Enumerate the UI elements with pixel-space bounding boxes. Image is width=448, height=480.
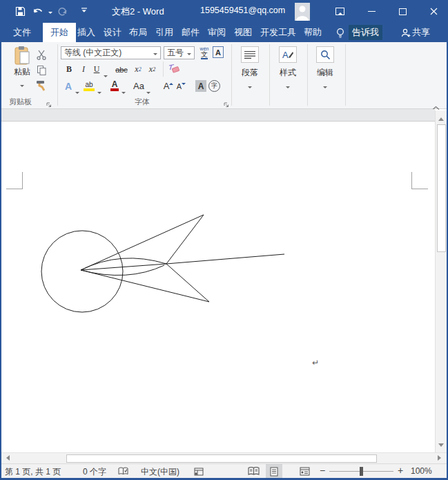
- highlight-label: ab: [85, 81, 92, 88]
- tab-references[interactable]: 引用: [155, 23, 173, 42]
- svg-text:A: A: [282, 50, 289, 60]
- underline-button[interactable]: U: [92, 63, 101, 76]
- subscript-button[interactable]: x2: [133, 63, 144, 76]
- font-color-button[interactable]: A: [109, 78, 120, 93]
- print-layout-button[interactable]: [266, 464, 282, 479]
- title-bar: 文档2 - Word 1595459451@qq.com: [0, 0, 448, 23]
- paste-label: 粘贴: [14, 66, 30, 78]
- font-color-label: A: [112, 80, 118, 88]
- zoom-out-button[interactable]: −: [320, 465, 325, 476]
- tab-view[interactable]: 视图: [234, 23, 252, 42]
- font-group-label: 字体: [135, 97, 150, 107]
- font-size-select[interactable]: 五号: [164, 46, 195, 59]
- tell-me-box[interactable]: 告诉我: [349, 25, 382, 40]
- macro-record-icon[interactable]: [194, 468, 204, 478]
- horizontal-scrollbar-thumb[interactable]: [66, 454, 377, 463]
- account-email[interactable]: 1595459451@qq.com: [200, 6, 285, 15]
- zoom-slider-thumb[interactable]: [360, 467, 363, 476]
- italic-button[interactable]: I: [79, 63, 88, 76]
- zoom-in-button[interactable]: +: [398, 465, 403, 476]
- undo-button[interactable]: [32, 6, 52, 19]
- superscript-button[interactable]: x2: [146, 63, 158, 76]
- text-effects-dropdown-arrow[interactable]: [75, 85, 79, 97]
- highlight-color-swatch: [84, 88, 95, 91]
- styles-dropdown-arrow[interactable]: [286, 81, 290, 91]
- tab-design[interactable]: 设计: [104, 23, 121, 42]
- highlight-dropdown-arrow[interactable]: [97, 85, 101, 97]
- document-title: 文档2 - Word: [112, 6, 164, 18]
- strikethrough-button[interactable]: abc: [113, 63, 130, 76]
- font-name-value: 等线 (中文正文): [64, 47, 121, 59]
- vertical-scrollbar-thumb[interactable]: [437, 124, 446, 252]
- tab-layout[interactable]: 布局: [129, 23, 147, 42]
- editing-dropdown-arrow[interactable]: [323, 81, 327, 91]
- shrink-font-button[interactable]: A: [175, 79, 187, 93]
- tab-developer[interactable]: 开发工具: [260, 23, 296, 42]
- group-separator: [269, 44, 270, 106]
- character-shading-button[interactable]: A: [195, 80, 206, 92]
- tab-file[interactable]: 文件: [13, 23, 31, 42]
- horizontal-scrollbar[interactable]: [0, 452, 448, 463]
- tab-review[interactable]: 审阅: [208, 23, 226, 42]
- scroll-left-icon[interactable]: [3, 455, 10, 461]
- close-button[interactable]: [422, 0, 445, 23]
- character-border-button[interactable]: A: [213, 46, 224, 58]
- paragraph-group-button[interactable]: 段落: [235, 46, 265, 91]
- page-indicator[interactable]: 第 1 页, 共 1 页: [5, 466, 61, 478]
- tab-home[interactable]: 开始: [43, 23, 76, 42]
- font-color-dropdown-arrow[interactable]: [121, 85, 126, 97]
- clear-formatting-icon[interactable]: [167, 64, 179, 74]
- window-border-left: [0, 23, 1, 480]
- editing-group-button[interactable]: 编辑: [310, 46, 340, 91]
- cut-icon[interactable]: [36, 50, 47, 60]
- change-case-button[interactable]: Aa: [131, 79, 146, 93]
- ribbon-tab-row: 文件 开始 插入 设计 布局 引用 邮件 审阅 视图 开发工具 帮助 告诉我 共…: [0, 23, 448, 42]
- customize-quick-access-icon[interactable]: [81, 5, 88, 17]
- tab-mailings[interactable]: 邮件: [182, 23, 199, 42]
- highlight-color-button[interactable]: ab: [83, 78, 95, 93]
- bold-button[interactable]: B: [64, 63, 75, 76]
- web-layout-button[interactable]: [294, 464, 315, 479]
- avatar[interactable]: [295, 3, 310, 21]
- scroll-down-icon[interactable]: [438, 443, 444, 450]
- text-effects-button[interactable]: A: [62, 79, 75, 93]
- paste-dropdown-arrow[interactable]: [20, 80, 24, 90]
- underline-dropdown-arrow[interactable]: [104, 68, 108, 81]
- read-mode-button[interactable]: [243, 464, 264, 479]
- copy-icon[interactable]: [37, 65, 47, 76]
- scroll-right-icon[interactable]: [438, 455, 444, 461]
- share-button[interactable]: 共享: [412, 23, 430, 42]
- share-person-icon[interactable]: [400, 28, 411, 41]
- font-name-dropdown-arrow[interactable]: [153, 48, 157, 58]
- status-bar: 第 1 页, 共 1 页 0 个字 中文(中国) − + 100%: [0, 463, 448, 478]
- scroll-up-icon[interactable]: [438, 115, 444, 121]
- minimize-button[interactable]: [360, 0, 383, 23]
- group-separator: [231, 44, 232, 106]
- phonetic-guide-button[interactable]: wén 文: [197, 45, 211, 60]
- format-painter-icon[interactable]: [35, 80, 47, 91]
- tab-help[interactable]: 帮助: [304, 23, 322, 42]
- paragraph-group-label: 段落: [242, 67, 258, 79]
- maximize-button[interactable]: [391, 0, 414, 23]
- enclose-characters-button[interactable]: 字: [208, 80, 220, 92]
- redo-icon[interactable]: [57, 6, 68, 19]
- save-icon[interactable]: [15, 6, 26, 19]
- zoom-level[interactable]: 100%: [411, 466, 432, 476]
- lightbulb-icon[interactable]: [335, 28, 345, 41]
- font-size-dropdown-arrow[interactable]: [187, 48, 191, 58]
- paragraph-dropdown-arrow[interactable]: [248, 81, 252, 91]
- paste-button[interactable]: 粘贴: [8, 46, 36, 90]
- proofing-status-icon[interactable]: [118, 467, 128, 478]
- vertical-scrollbar[interactable]: [435, 111, 447, 452]
- clipboard-group-label: 剪贴板: [9, 97, 32, 107]
- ribbon-display-options-icon[interactable]: [330, 0, 349, 23]
- font-name-select[interactable]: 等线 (中文正文): [61, 46, 161, 59]
- paragraph-lines-icon: [241, 46, 259, 63]
- styles-group-button[interactable]: A 样式: [273, 46, 303, 91]
- word-count[interactable]: 0 个字: [83, 466, 106, 478]
- language-indicator[interactable]: 中文(中国): [141, 466, 179, 478]
- font-size-value: 五号: [167, 47, 184, 59]
- change-case-dropdown-arrow[interactable]: [146, 85, 150, 97]
- grow-font-button[interactable]: A: [162, 79, 175, 93]
- tab-insert[interactable]: 插入: [77, 23, 95, 42]
